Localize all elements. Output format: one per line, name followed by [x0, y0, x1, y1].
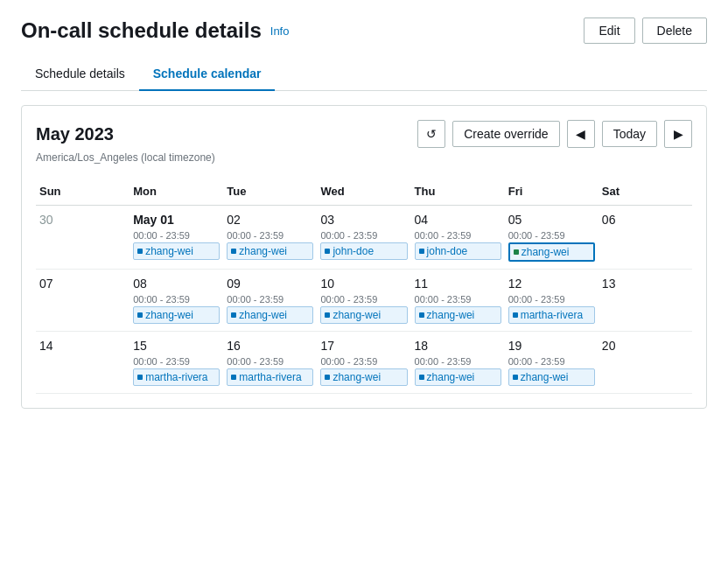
- event-time: 00:00 - 23:59: [227, 294, 313, 305]
- event-time: 00:00 - 23:59: [320, 356, 407, 367]
- event-time: 00:00 - 23:59: [133, 294, 220, 305]
- day-number: 18: [415, 339, 501, 353]
- event-dot: [419, 249, 424, 254]
- event-dot: [419, 312, 424, 318]
- event-label: zhang-wei: [522, 246, 570, 258]
- calendar-day-cell: 1600:00 - 23:59martha-rivera: [223, 332, 317, 394]
- event-dot: [137, 375, 143, 380]
- event-dot: [137, 249, 143, 254]
- event-label: zhang-wei: [145, 245, 193, 257]
- event-chip[interactable]: zhang-wei: [320, 368, 407, 386]
- event-label: martha-rivera: [521, 309, 583, 321]
- day-number: 19: [508, 339, 595, 353]
- event-chip[interactable]: john-doe: [415, 242, 501, 260]
- day-number: 05: [508, 213, 595, 227]
- day-number: 02: [227, 213, 313, 227]
- delete-button[interactable]: Delete: [642, 18, 707, 44]
- calendar-day-header-tue: Tue: [223, 178, 317, 206]
- today-button[interactable]: Today: [602, 121, 657, 147]
- day-number: 03: [320, 213, 407, 227]
- refresh-button[interactable]: ↺: [417, 120, 445, 148]
- event-label: zhang-wei: [145, 309, 193, 321]
- event-label: zhang-wei: [332, 371, 381, 383]
- day-number: 12: [508, 277, 595, 291]
- calendar-day-header-wed: Wed: [317, 178, 410, 206]
- event-time: 00:00 - 23:59: [508, 230, 595, 241]
- day-number: 07: [39, 277, 126, 291]
- event-time: 00:00 - 23:59: [415, 230, 501, 241]
- calendar-grid: SunMonTueWedThuFriSat 30May 0100:00 - 23…: [36, 178, 692, 394]
- day-number: 04: [415, 213, 501, 227]
- event-chip[interactable]: zhang-wei: [508, 368, 595, 386]
- event-chip[interactable]: zhang-wei: [227, 242, 313, 260]
- event-dot: [231, 312, 236, 318]
- calendar-day-cell: 1500:00 - 23:59martha-rivera: [130, 332, 223, 394]
- day-number: 14: [39, 339, 126, 353]
- calendar-day-cell: 0500:00 - 23:59zhang-wei: [505, 206, 598, 270]
- event-time: 00:00 - 23:59: [320, 230, 407, 241]
- event-label: zhang-wei: [332, 309, 381, 321]
- create-override-button[interactable]: Create override: [452, 121, 560, 147]
- page: On-call schedule details Info Edit Delet…: [0, 0, 728, 575]
- calendar-header: May 2023 ↺ Create override ◀ Today ▶: [36, 120, 692, 148]
- edit-button[interactable]: Edit: [584, 18, 634, 44]
- next-month-button[interactable]: ▶: [664, 120, 692, 148]
- event-chip[interactable]: martha-rivera: [133, 368, 220, 386]
- next-icon: ▶: [674, 127, 683, 141]
- calendar-day-cell: 1700:00 - 23:59zhang-wei: [317, 332, 410, 394]
- event-chip[interactable]: zhang-wei: [133, 242, 220, 260]
- calendar-day-cell: 1000:00 - 23:59zhang-wei: [317, 270, 410, 332]
- event-dot: [325, 375, 330, 380]
- event-chip[interactable]: zhang-wei: [508, 242, 595, 262]
- calendar-week-row: 30May 0100:00 - 23:59zhang-wei0200:00 - …: [36, 206, 692, 270]
- prev-month-button[interactable]: ◀: [567, 120, 595, 148]
- page-title: On-call schedule details: [21, 18, 262, 43]
- event-time: 00:00 - 23:59: [415, 294, 501, 305]
- calendar-day-header-sat: Sat: [598, 178, 692, 206]
- event-time: 00:00 - 23:59: [508, 294, 595, 305]
- event-time: 00:00 - 23:59: [227, 356, 313, 367]
- event-dot: [513, 312, 518, 318]
- event-chip[interactable]: martha-rivera: [508, 306, 595, 324]
- header-left: On-call schedule details Info: [21, 18, 289, 43]
- day-number: May 01: [133, 213, 220, 227]
- event-time: 00:00 - 23:59: [133, 230, 220, 241]
- event-chip[interactable]: zhang-wei: [415, 368, 501, 386]
- calendar-day-cell: 0400:00 - 23:59john-doe: [411, 206, 505, 270]
- event-chip[interactable]: zhang-wei: [415, 306, 501, 324]
- tab-schedule-calendar[interactable]: Schedule calendar: [139, 58, 276, 91]
- event-chip[interactable]: zhang-wei: [133, 306, 220, 324]
- calendar-day-cell: May 0100:00 - 23:59zhang-wei: [130, 206, 223, 270]
- event-time: 00:00 - 23:59: [320, 294, 407, 305]
- day-number: 08: [133, 277, 220, 291]
- calendar-month-year: May 2023: [36, 124, 114, 144]
- event-chip[interactable]: martha-rivera: [227, 368, 313, 386]
- calendar-day-cell: 0800:00 - 23:59zhang-wei: [130, 270, 223, 332]
- day-number: 11: [415, 277, 501, 291]
- day-number: 06: [602, 213, 689, 227]
- event-label: zhang-wei: [521, 371, 569, 383]
- tab-schedule-details[interactable]: Schedule details: [21, 58, 139, 91]
- calendar-day-header-mon: Mon: [130, 178, 223, 206]
- event-chip[interactable]: zhang-wei: [227, 306, 313, 324]
- calendar-day-cell: 06: [598, 206, 692, 270]
- event-label: john-doe: [427, 245, 468, 257]
- event-dot: [514, 249, 519, 255]
- event-label: zhang-wei: [239, 245, 287, 257]
- event-label: martha-rivera: [239, 371, 301, 383]
- calendar-day-cell: 1800:00 - 23:59zhang-wei: [411, 332, 505, 394]
- calendar-day-cell: 30: [36, 206, 130, 270]
- day-number: 09: [227, 277, 313, 291]
- calendar-container: May 2023 ↺ Create override ◀ Today ▶ Ame…: [21, 105, 707, 409]
- event-chip[interactable]: zhang-wei: [320, 306, 407, 324]
- calendar-day-cell: 0900:00 - 23:59zhang-wei: [223, 270, 317, 332]
- calendar-day-header-sun: Sun: [36, 178, 130, 206]
- event-dot: [137, 312, 143, 318]
- info-badge[interactable]: Info: [270, 25, 290, 38]
- calendar-timezone: America/Los_Angeles (local timezone): [36, 151, 692, 164]
- event-chip[interactable]: john-doe: [320, 242, 407, 260]
- event-time: 00:00 - 23:59: [227, 230, 313, 241]
- day-number: 20: [602, 339, 689, 353]
- calendar-day-cell: 1100:00 - 23:59zhang-wei: [411, 270, 505, 332]
- event-label: martha-rivera: [145, 371, 207, 383]
